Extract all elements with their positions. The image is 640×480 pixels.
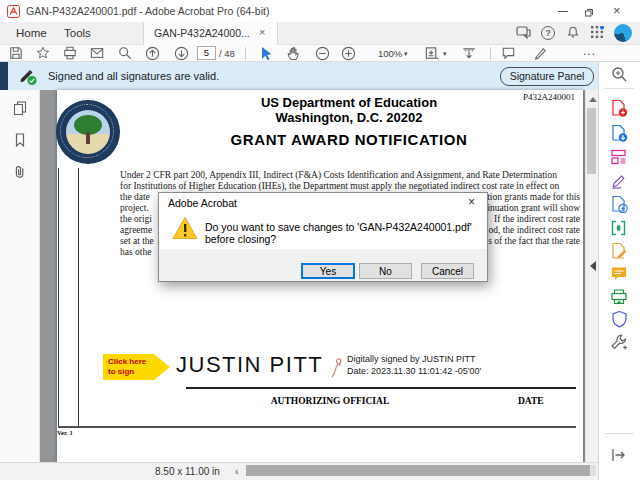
dept-header-line1: US Department of Education	[120, 95, 578, 110]
search-tools-icon[interactable]	[611, 66, 628, 83]
fill-and-sign-icon[interactable]	[610, 172, 628, 190]
comment-tool-icon[interactable]	[610, 265, 628, 283]
toolbar-divider	[490, 47, 491, 60]
panel-divider	[604, 433, 634, 434]
expand-panel-icon[interactable]	[610, 448, 626, 462]
table-border-left	[58, 168, 59, 427]
print-icon[interactable]	[63, 46, 77, 60]
bookmarks-icon[interactable]	[12, 132, 28, 148]
favorite-star-icon[interactable]	[36, 46, 50, 60]
hand-tool-icon[interactable]	[286, 46, 301, 61]
body-line: for Institutions of Higher Education (IH…	[120, 181, 580, 192]
signature-underline	[186, 387, 576, 389]
table-border-bottom	[58, 426, 576, 428]
body-line: Under 2 CFR part 200, Appendix III, Indi…	[120, 170, 580, 181]
vertical-scrollbar-thumb[interactable]	[587, 108, 596, 174]
acrobat-window: GAN-P432A240001.pdf - Adobe Acrobat Pro …	[0, 0, 640, 480]
date-label: DATE	[518, 396, 544, 406]
tab-close-icon[interactable]: ×	[259, 26, 265, 38]
authorizing-official-label: AUTHORIZING OFFICIAL	[200, 396, 460, 406]
highlighter-icon[interactable]	[532, 46, 548, 61]
scroll-up-icon[interactable]	[589, 97, 597, 102]
feedback-icon[interactable]	[516, 26, 531, 39]
form-version: Ver. 1	[57, 429, 73, 436]
panel-collapse-arrow-icon[interactable]	[590, 261, 596, 271]
page-count-label: / 48	[219, 48, 235, 59]
save-changes-dialog: Adobe Acrobat × Do you want to save chan…	[158, 192, 488, 282]
comment-icon[interactable]	[501, 46, 516, 60]
next-page-icon[interactable]	[174, 46, 189, 61]
tab-tools[interactable]: Tools	[64, 27, 91, 39]
acrobat-app-icon	[7, 5, 20, 18]
protect-shield-icon[interactable]	[611, 310, 628, 328]
signature-valid-icon	[18, 66, 38, 86]
signature-panel-button[interactable]: Signature Panel	[500, 67, 594, 86]
page-thumbnails-icon[interactable]	[12, 100, 28, 116]
page-size-label: 8.50 x 11.00 in	[155, 466, 220, 477]
edit-pdf-icon[interactable]	[610, 195, 628, 213]
scan-ocr-icon[interactable]	[610, 288, 628, 306]
save-icon[interactable]	[9, 46, 23, 60]
zoom-in-icon[interactable]	[341, 46, 356, 61]
digital-signature-flourish-icon	[329, 355, 345, 379]
yes-button[interactable]: Yes	[301, 263, 355, 279]
seal-inner-art	[66, 110, 110, 154]
tab-document-label: GAN-P432A24000...	[154, 27, 250, 39]
title-bar: GAN-P432A240001.pdf - Adobe Acrobat Pro …	[0, 0, 640, 22]
horizontal-scrollbar-thumb[interactable]	[246, 465, 590, 476]
dialog-message: Do you want to save changes to 'GAN-P432…	[205, 221, 477, 245]
fit-page-icon[interactable]	[424, 46, 440, 61]
scroll-left-icon[interactable]: ‹	[235, 465, 239, 477]
close-icon[interactable]: ×	[613, 3, 621, 18]
attachments-paperclip-icon[interactable]	[12, 164, 28, 180]
notifications-bell-icon[interactable]	[566, 25, 580, 39]
dialog-close-icon[interactable]: ×	[468, 195, 475, 209]
dialog-title: Adobe Acrobat	[168, 197, 237, 209]
create-pdf-icon[interactable]	[610, 99, 628, 117]
zoom-level-value[interactable]: 100%	[378, 48, 402, 59]
search-icon[interactable]	[118, 46, 132, 60]
digital-signature-line2: Date: 2023.11.30 11:01:42 -05'00'	[347, 366, 481, 376]
zoom-caret-icon[interactable]: ▾	[404, 50, 408, 58]
fit-width-icon[interactable]	[461, 46, 477, 61]
sign-tag-line1: Click here	[108, 357, 146, 366]
organize-pages-icon[interactable]	[610, 148, 628, 166]
warning-icon	[172, 216, 198, 240]
export-pdf-icon[interactable]	[610, 124, 628, 142]
window-title: GAN-P432A240001.pdf - Adobe Acrobat Pro …	[26, 5, 269, 17]
more-tools-icon[interactable]: ...	[583, 44, 596, 58]
restore-icon[interactable]	[584, 7, 594, 17]
tab-home[interactable]: Home	[16, 27, 47, 39]
minimize-icon[interactable]	[558, 11, 568, 12]
signature-panel-strip	[0, 62, 8, 90]
account-avatar[interactable]	[614, 24, 632, 42]
cancel-button[interactable]: Cancel	[421, 263, 474, 279]
signature-status-message: Signed and all signatures are valid.	[48, 70, 219, 82]
page-number-input[interactable]: 5	[197, 46, 216, 60]
toolbar-divider	[245, 47, 246, 60]
request-signatures-icon[interactable]	[610, 242, 628, 260]
zoom-out-icon[interactable]	[315, 46, 330, 61]
apps-grid-icon[interactable]	[591, 26, 604, 39]
email-icon[interactable]	[90, 46, 104, 60]
table-border-inner	[78, 168, 79, 427]
more-tools-wrench-icon[interactable]	[610, 333, 628, 351]
signature-name[interactable]: JUSTIN PITT	[176, 352, 323, 378]
select-tool-icon[interactable]	[259, 46, 273, 61]
sign-tag-line2: to sign	[108, 367, 134, 376]
help-icon[interactable]: ?	[541, 26, 555, 40]
tab-document[interactable]: GAN-P432A24000... ×	[143, 22, 278, 45]
combine-files-icon[interactable]	[610, 219, 628, 237]
panel-divider	[604, 88, 634, 89]
grant-award-title: GRANT AWARD NOTIFICATION	[120, 131, 578, 148]
previous-page-icon[interactable]	[145, 46, 160, 61]
no-button[interactable]: No	[359, 263, 412, 279]
dept-header-line2: Washington, D.C. 20202	[120, 110, 578, 125]
digital-signature-line1: Digitally signed by JUSTIN PITT	[347, 354, 476, 364]
fit-page-caret-icon[interactable]: ▾	[443, 50, 447, 58]
